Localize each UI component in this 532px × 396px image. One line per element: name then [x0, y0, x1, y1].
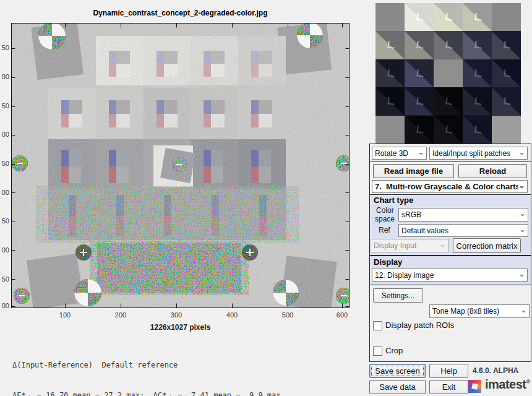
chevron-down-icon: ⌄ — [519, 210, 528, 219]
display-patch-rois-checkbox[interactable] — [373, 321, 382, 330]
patch-arrow-icon — [504, 41, 511, 49]
figure-title: Dynamic_contrast_concept_2-degraded-colo… — [11, 9, 350, 17]
patch-style-select[interactable]: Ideal/Input split patches⌄ — [429, 147, 528, 160]
color-space-label: Color — [376, 206, 394, 215]
split-patch-cell — [492, 31, 521, 59]
crop-checkbox[interactable] — [373, 346, 382, 356]
crop-label: Crop — [385, 346, 403, 355]
patch-arrow-icon — [387, 41, 395, 49]
patch-arrow-icon — [504, 69, 511, 77]
patch-arrow-icon — [387, 97, 395, 105]
patch-3d-view[interactable] — [375, 3, 521, 144]
save-data-button[interactable]: Save data — [369, 380, 426, 394]
patch-arrow-icon — [416, 13, 424, 20]
chart-image — [11, 23, 350, 308]
chevron-down-icon: ⌄ — [418, 149, 426, 158]
display-patch-rois-label: Display patch ROIs — [385, 321, 454, 330]
imatest-wordmark: imatest® — [485, 377, 530, 392]
x-axis-label: 600 — [330, 311, 354, 319]
split-patch-cell — [434, 116, 463, 144]
ref-label: Ref — [379, 226, 390, 235]
split-patch-cell — [405, 3, 434, 31]
rotate-3d-select[interactable]: Rotate 3D⌄ — [372, 147, 427, 160]
patch-arrow-icon — [474, 126, 482, 133]
chevron-down-icon: ⌄ — [518, 183, 527, 191]
split-patch-cell — [463, 31, 492, 59]
patch-arrow-icon — [504, 97, 511, 105]
y-axis-label: 00 — [0, 189, 9, 197]
color-space-label-2: space — [375, 215, 395, 223]
reload-button[interactable]: Reload — [458, 164, 527, 178]
y-axis-label: 50 — [0, 102, 9, 110]
split-patch-cell — [405, 31, 434, 59]
y-axis-label: 00 — [0, 131, 9, 139]
y-axis-label: 50 — [0, 217, 9, 225]
patch-arrow-icon — [416, 41, 424, 49]
stats-line: ΔE*ab = 16.70 mean = 27.2 max; ΔC*ab = 7… — [12, 389, 281, 396]
stats-block: Δ(Input-Reference) Default reference ΔE*… — [12, 342, 281, 396]
patch-arrow-icon — [445, 97, 453, 105]
split-patch-cell — [375, 116, 405, 144]
patch-arrow-icon — [445, 126, 453, 133]
split-patch-cell — [375, 31, 405, 59]
patch-arrow-icon — [445, 41, 453, 49]
y-axis-label: 00 — [0, 73, 9, 81]
save-screen-button[interactable]: Save screen — [369, 364, 426, 378]
split-patch-cell — [434, 59, 463, 87]
split-patch-cell — [463, 59, 492, 87]
patch-arrow-icon — [387, 69, 395, 77]
split-patch-cell — [492, 87, 521, 115]
y-axis-label: 50 — [0, 44, 9, 52]
split-patch-cell — [375, 59, 405, 87]
settings-button[interactable]: Settings... — [373, 288, 423, 303]
display-header: Display — [374, 257, 402, 267]
split-patch-cell — [463, 3, 492, 31]
imatest-logo-icon — [468, 380, 481, 393]
split-patch-cell — [405, 59, 434, 87]
y-axis-label: 00 — [0, 246, 9, 254]
split-patch-cell — [434, 3, 463, 31]
chart-type-header: Chart type — [374, 196, 413, 205]
patch-arrow-icon — [416, 69, 424, 77]
y-axis-label: 00 — [0, 302, 9, 310]
split-patch-cell — [492, 116, 521, 144]
pixels-caption: 1226x1027 pixels — [11, 323, 350, 332]
stats-header: Δ(Input-Reference) Default reference — [12, 359, 281, 371]
split-patch-cell — [434, 31, 463, 59]
patch-arrow-icon — [416, 126, 424, 133]
x-axis-label: 200 — [108, 311, 133, 319]
exit-button[interactable]: Exit — [429, 380, 468, 394]
tone-map-select[interactable]: Tone Map (8x8 tiles)⌄ — [429, 304, 530, 318]
version-label: 4.6.0. ALPHA — [473, 366, 518, 375]
chevron-down-icon: ⌄ — [518, 149, 527, 158]
ref-select[interactable]: Default values⌄ — [398, 224, 528, 237]
display-mode-select[interactable]: 12. Display image⌄ — [372, 269, 528, 282]
x-axis-label: 100 — [53, 311, 77, 319]
split-patch-cell — [492, 59, 521, 87]
x-axis-label: 500 — [275, 311, 300, 319]
correction-matrix-button[interactable]: Correction matrix — [453, 238, 521, 253]
patch-arrow-icon — [474, 69, 482, 77]
chevron-down-icon: ⌄ — [439, 241, 448, 250]
split-patch-cell — [492, 3, 521, 31]
display-input-select: Display Input⌄ — [371, 239, 448, 252]
x-axis-label: 300 — [164, 311, 189, 319]
read-image-file-button[interactable]: Read image file — [373, 164, 454, 178]
patch-arrow-icon — [416, 97, 424, 105]
split-patch-cell — [375, 87, 405, 115]
split-patch-cell — [405, 116, 434, 144]
chart-preset-select[interactable]: 7. Multi-row Grayscale & Color charts⌄ — [372, 180, 528, 193]
split-patch-cell — [405, 87, 434, 115]
help-button[interactable]: Help — [429, 364, 468, 378]
patch-arrow-icon — [474, 13, 482, 20]
split-patch-cell — [375, 3, 405, 31]
chevron-down-icon: ⌄ — [518, 271, 527, 280]
x-axis-label: 400 — [220, 311, 244, 319]
imatest-window: Dynamic_contrast_concept_2-degraded-colo… — [0, 0, 532, 396]
chevron-down-icon: ⌄ — [519, 226, 528, 235]
split-patch-cell — [434, 87, 463, 115]
chevron-down-icon: ⌄ — [520, 307, 529, 316]
color-space-select[interactable]: sRGB⌄ — [398, 208, 528, 222]
y-axis-label: 50 — [0, 160, 9, 168]
split-patch-cell — [463, 87, 492, 115]
